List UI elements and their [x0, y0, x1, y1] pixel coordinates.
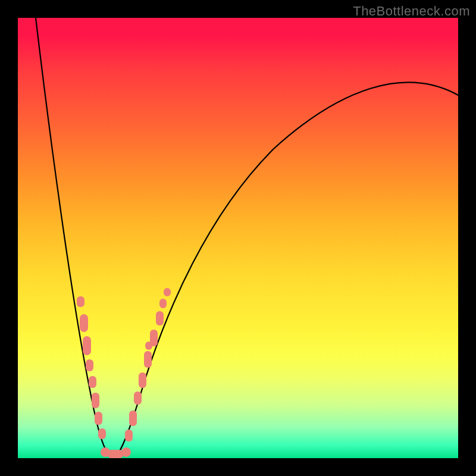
- marker-dot: [83, 336, 91, 355]
- marker-dot: [159, 299, 167, 308]
- marker-dot: [107, 450, 124, 458]
- curve-left-branch: [36, 18, 110, 457]
- marker-dot: [89, 376, 96, 388]
- marker-dot: [134, 392, 142, 405]
- chart-area: [18, 18, 458, 458]
- marker-dot: [125, 430, 133, 441]
- marker-dot: [145, 342, 152, 350]
- bottleneck-curve-plot: [18, 18, 458, 458]
- marker-dot: [156, 311, 164, 325]
- marker-group: [77, 288, 171, 458]
- marker-dot: [77, 296, 84, 307]
- watermark-text: TheBottleneck.com: [353, 4, 470, 19]
- marker-dot: [144, 351, 152, 368]
- curve-right-branch: [116, 82, 458, 457]
- marker-dot: [86, 359, 93, 371]
- marker-dot: [95, 412, 102, 425]
- marker-dot: [121, 447, 131, 457]
- marker-dot: [129, 411, 137, 426]
- marker-dot: [98, 428, 106, 439]
- marker-dot: [139, 372, 146, 388]
- marker-dot: [92, 393, 99, 408]
- marker-dot: [80, 314, 88, 332]
- marker-dot: [164, 288, 171, 296]
